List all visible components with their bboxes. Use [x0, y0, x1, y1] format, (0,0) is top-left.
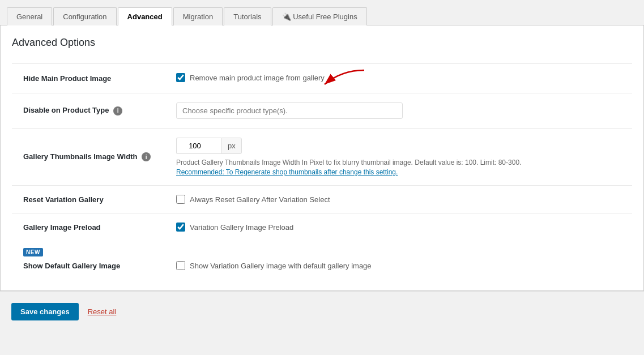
- width-input[interactable]: [176, 138, 221, 154]
- option-control-disable-type: [170, 93, 632, 129]
- tab-general[interactable]: General: [7, 7, 52, 25]
- reset-all-button[interactable]: Reset all: [88, 307, 117, 316]
- checkbox-group-reset-variation: Always Reset Gallery After Variation Sel…: [176, 195, 626, 204]
- hint-text-thumb-width: Product Gallery Thumbnails Image Width I…: [176, 157, 626, 168]
- checkbox-group-show-default: Show Variation Gallery image with defaul…: [176, 261, 626, 270]
- width-input-group: px: [176, 138, 626, 154]
- checkbox-label-hide-main: Remove main product image from gallery: [190, 74, 325, 82]
- table-row: Show Default Gallery Image Show Variatio…: [12, 259, 632, 279]
- option-control-hide-main: Remove main product image from gallery: [170, 64, 632, 93]
- footer-area: Save changes Reset all: [0, 291, 644, 332]
- section-title: Advanced Options: [12, 37, 632, 54]
- table-row: Gallery Image Preload Variation Gallery …: [12, 213, 632, 241]
- option-label-thumb-width: Gallery Thumbnails Image Width i: [12, 129, 170, 186]
- width-unit: px: [221, 138, 242, 154]
- tab-useful-free-plugins[interactable]: 🔌 Useful Free Plugins: [272, 7, 367, 25]
- plugin-icon: 🔌: [282, 12, 291, 21]
- checkbox-hide-main-product-image[interactable]: [176, 73, 185, 82]
- tab-advanced[interactable]: Advanced: [118, 7, 172, 25]
- checkbox-label-reset-variation: Always Reset Gallery After Variation Sel…: [190, 195, 330, 204]
- info-icon-thumb-width[interactable]: i: [142, 152, 151, 161]
- table-row: Disable on Product Type i: [12, 93, 632, 129]
- option-control-show-default: Show Variation Gallery image with defaul…: [170, 259, 632, 279]
- info-icon-disable-type[interactable]: i: [113, 106, 122, 116]
- checkbox-group-hide-main: Remove main product image from gallery: [176, 73, 325, 82]
- option-label-reset-variation: Reset Variation Gallery: [12, 186, 170, 213]
- option-label-disable-type: Disable on Product Type i: [12, 93, 170, 129]
- tab-tutorials[interactable]: Tutorials: [224, 7, 271, 25]
- checkbox-label-preload: Variation Gallery Image Preload: [190, 223, 293, 232]
- checkbox-gallery-image-preload[interactable]: [176, 223, 185, 232]
- table-row: Gallery Thumbnails Image Width i px Prod…: [12, 129, 632, 186]
- new-badge: NEW: [23, 248, 43, 256]
- tab-migration[interactable]: Migration: [173, 7, 223, 25]
- product-type-input[interactable]: [176, 102, 403, 119]
- checkbox-show-default-gallery-image[interactable]: [176, 261, 185, 270]
- option-control-reset-variation: Always Reset Gallery After Variation Sel…: [170, 186, 632, 213]
- option-control-preload: Variation Gallery Image Preload: [170, 213, 632, 241]
- checkbox-label-show-default: Show Variation Gallery image with defaul…: [190, 262, 372, 270]
- checkbox-reset-variation-gallery[interactable]: [176, 195, 185, 204]
- new-badge-row: NEW: [12, 241, 632, 259]
- save-changes-button[interactable]: Save changes: [11, 303, 79, 320]
- option-label-preload: Gallery Image Preload: [12, 213, 170, 241]
- table-row: Reset Variation Gallery Always Reset Gal…: [12, 186, 632, 213]
- option-control-thumb-width: px Product Gallery Thumbnails Image Widt…: [170, 129, 632, 186]
- tabs-bar: General Configuration Advanced Migration…: [0, 0, 644, 25]
- tab-configuration[interactable]: Configuration: [53, 7, 116, 25]
- option-label-show-default: Show Default Gallery Image: [12, 259, 170, 279]
- option-label-hide-main: Hide Main Product Image: [12, 64, 170, 93]
- hint-link-thumb-width[interactable]: Recommended: To Regenerate shop thumbnai…: [176, 168, 398, 176]
- page-wrapper: General Configuration Advanced Migration…: [0, 0, 644, 355]
- options-table: Hide Main Product Image Remove main prod…: [12, 63, 632, 279]
- table-row: Hide Main Product Image Remove main prod…: [12, 64, 632, 93]
- content-area: Advanced Options Hide Main Product Image…: [0, 25, 644, 291]
- new-badge-cell: NEW: [12, 241, 170, 259]
- checkbox-group-preload: Variation Gallery Image Preload: [176, 223, 626, 232]
- red-arrow-annotation: [319, 67, 370, 90]
